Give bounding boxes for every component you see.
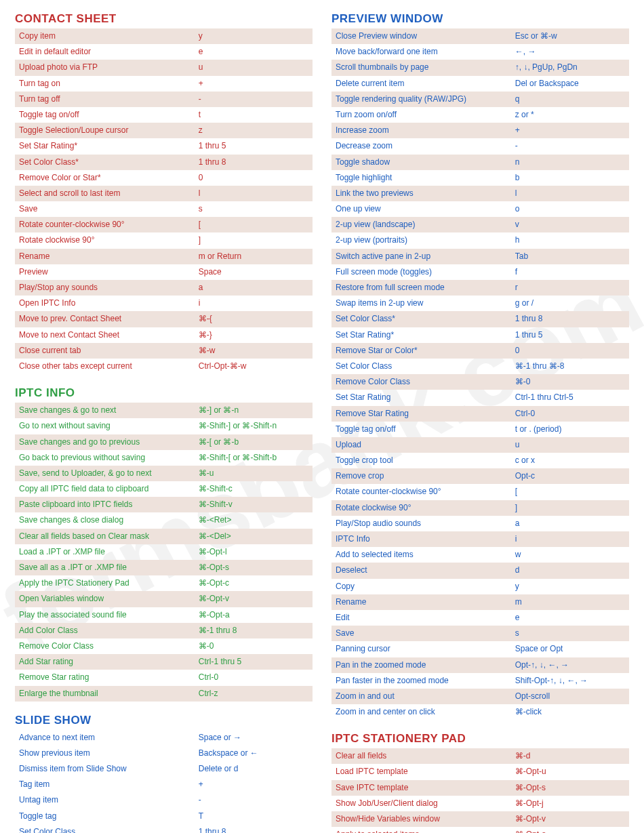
shortcut-key: d [515,564,625,577]
shortcut-row: Save changes & go to next⌘-] or ⌘-n [15,403,313,418]
shortcut-key: ⌘-Opt-a [515,828,625,833]
shortcut-key: Esc or ⌘-w [515,30,625,43]
shortcut-key: Ctrl-Opt-⌘-w [199,360,308,373]
shortcut-row: Remove Star or Color*0 [331,343,629,359]
shortcut-label: Turn tag on [19,77,199,90]
shortcut-key: Backspace or ← [199,747,308,760]
shortcut-key: 1 thru 5 [515,329,625,342]
shortcut-label: Apply to selected items [336,828,515,833]
shortcut-row: Renamem or Return [15,249,313,264]
shortcut-label: Play/Stop any sounds [19,281,199,294]
shortcut-key: e [515,611,625,624]
shortcut-label: Save changes and go to previous [19,436,199,449]
shortcut-row: Close Preview windowEsc or ⌘-w [331,28,629,44]
shortcut-label: Toggle tag [19,810,199,823]
shortcut-label: Zoom in and center on click [336,706,515,718]
shortcut-label: Remove crop [336,470,515,483]
shortcut-row: Save changes & close dialog⌘-<Ret> [15,512,313,528]
shortcut-label: Move to prev. Contact Sheet [19,312,199,325]
shortcut-row: Load IPTC template⌘-Opt-u [331,764,629,779]
shortcut-row: Move back/forward one item←, → [331,44,629,60]
shortcut-row: Add Color Class⌘-1 thru 8 [15,623,313,638]
shortcut-row: Switch active pane in 2-upTab [331,249,629,264]
shortcut-row: Show Job/User/Client dialog⌘-Opt-j [331,796,629,811]
shortcut-row: Rotate clockwise 90°] [331,500,629,516]
shortcut-row: Apply the IPTC Stationery Pad⌘-Opt-c [15,575,313,591]
shortcut-label: Save all as a .IPT or .XMP file [19,561,199,574]
shortcut-row: Turn tag off- [15,92,313,107]
shortcut-row: Save all as a .IPT or .XMP file⌘-Opt-s [15,560,313,575]
shortcut-row: Edite [331,610,629,626]
shortcut-key: y [199,30,308,43]
shortcut-label: Add Color Class [19,624,199,637]
shortcut-key: f [515,266,625,279]
shortcut-row: Set Color Class1 thru 8 [15,824,313,833]
shortcut-row: Toggle crop toolc or x [331,453,629,468]
shortcut-key: u [199,61,308,74]
shortcut-row: Remove Color Class⌘-0 [15,638,313,654]
shortcut-label: Toggle highlight [336,171,515,184]
shortcut-row: Move to prev. Contact Sheet⌘-{ [15,311,313,327]
shortcut-label: Save changes & go to next [19,404,199,417]
shortcut-row: Add Star ratingCtrl-1 thru 5 [15,654,313,670]
shortcut-row: Clear all fields⌘-d [331,748,629,764]
shortcut-key: ⌘-Shift-[ or ⌘-Shift-b [199,451,308,464]
shortcut-row: Pan faster in the zoomed modeShift-Opt-↑… [331,673,629,689]
shortcut-row: Rotate clockwise 90°] [15,232,313,248]
shortcut-label: Rename [336,596,515,609]
shortcut-key: - [515,140,625,153]
shortcut-key: 0 [199,171,308,184]
shortcut-row: Show previous itemBackspace or ← [15,746,313,761]
shortcut-label: Load IPTC template [336,765,515,778]
shortcut-label: Switch active pane in 2-up [336,250,515,263]
shortcut-label: Save [19,203,199,216]
shortcut-row: Toggle tag on/offt or . (period) [331,422,629,437]
shortcut-label: Set Color Class* [19,156,199,169]
shortcut-key: ⌘-Opt-a [199,609,308,622]
shortcut-section: PREVIEW WINDOWClose Preview windowEsc or… [331,12,629,720]
shortcut-key: ⌘-u [199,467,308,480]
shortcut-label: Preview [19,266,199,279]
shortcut-key: ⌘-0 [199,640,308,653]
shortcut-row: Toggle tagT [15,809,313,824]
section-title: CONTACT SHEET [15,12,313,26]
shortcut-label: Pan in the zoomed mode [336,659,515,672]
shortcut-key: t or . (period) [515,423,625,436]
shortcut-label: Play/Stop audio sounds [336,517,515,530]
shortcut-label: Clear all fields [336,750,515,763]
shortcut-label: Rotate clockwise 90° [336,502,515,514]
shortcut-label: Upload [336,439,515,451]
shortcut-row: Go back to previous without saving⌘-Shif… [15,450,313,466]
shortcut-row: Rotate counter-clockwise 90°[ [331,484,629,500]
shortcut-key: y [515,580,625,593]
shortcut-label: Show previous item [19,747,199,760]
shortcut-key: 1 thru 8 [515,312,625,325]
shortcut-key: c or x [515,454,625,467]
shortcut-key: ↑, ↓, PgUp, PgDn [515,61,625,74]
shortcut-row: Toggle highlightb [331,170,629,186]
shortcut-key: + [199,778,308,791]
shortcut-label: IPTC Info [336,533,515,546]
shortcut-label: Enlarge the thumbnail [19,687,199,700]
shortcut-key: Tab [515,250,625,263]
shortcut-key: Opt-c [515,470,625,483]
shortcut-key: + [515,124,625,137]
shortcut-key: l [199,187,308,200]
shortcut-row: Edit in default editore [15,44,313,60]
shortcut-label: Toggle crop tool [336,454,515,467]
shortcut-row: Toggle rendering quality (RAW/JPG)q [331,92,629,107]
shortcut-key: u [515,439,625,451]
shortcut-key: ⌘-Shift-c [199,483,308,495]
shortcut-label: Save [336,627,515,640]
shortcut-key: ⌘-<Ret> [199,514,308,527]
shortcut-key: t [199,108,308,121]
shortcut-key: Opt-↑, ↓, ←, → [515,659,625,672]
shortcut-label: Copy all IPTC field data to clipboard [19,483,199,495]
shortcut-row: Go to next without saving⌘-Shift-] or ⌘-… [15,418,313,434]
shortcut-key: s [515,627,625,640]
shortcut-label: Close other tabs except current [19,360,199,373]
shortcut-row: Remove Color Class⌘-0 [331,374,629,390]
shortcut-label: Turn tag off [19,93,199,106]
shortcut-row: Delete current itemDel or Backspace [331,76,629,92]
shortcut-label: Copy item [19,30,199,43]
